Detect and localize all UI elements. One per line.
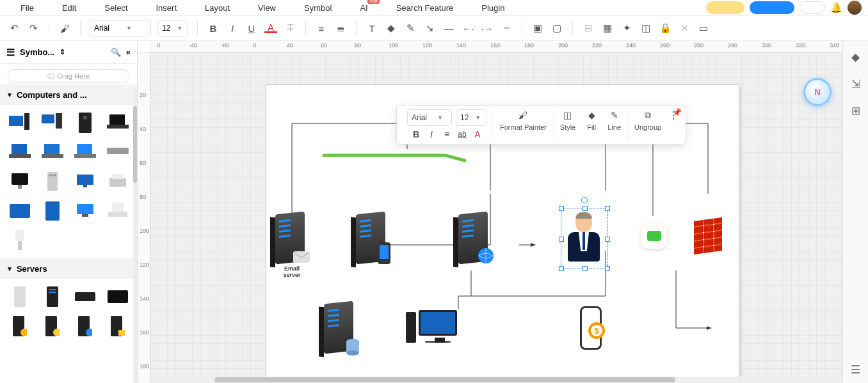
fill-tool[interactable]: ◆ xyxy=(385,22,398,35)
apps-icon[interactable]: ⊞ xyxy=(849,104,863,118)
canvas-grid[interactable]: Email server xyxy=(150,52,842,383)
category-computers[interactable]: ▼Computers and ... xyxy=(0,84,137,105)
shape-tablet-portrait[interactable] xyxy=(38,198,67,224)
effects-button[interactable]: ✦ xyxy=(620,22,633,35)
library-icon[interactable]: ☰ xyxy=(6,47,15,58)
node-mobile-server[interactable] xyxy=(356,213,385,263)
ctx-format-painter[interactable]: 🖌 Format Painter xyxy=(495,109,552,131)
user-avatar[interactable] xyxy=(848,1,862,15)
shape-imac[interactable] xyxy=(5,169,34,194)
ctx-align[interactable]: ≡ xyxy=(441,129,453,140)
shape-monitor[interactable] xyxy=(70,169,99,194)
shape-mac-pro[interactable] xyxy=(38,169,67,194)
panel-scrollbar[interactable] xyxy=(133,87,137,383)
menu-plugin[interactable]: Plugin xyxy=(467,2,518,14)
node-web-server[interactable] xyxy=(458,213,488,263)
shape-laptop-front[interactable] xyxy=(70,139,99,165)
menu-symbol[interactable]: Symbol xyxy=(290,2,346,14)
menu-select[interactable]: Select xyxy=(90,2,141,14)
line-style-tool[interactable]: — xyxy=(442,22,455,35)
tools-button[interactable]: ✕ xyxy=(678,22,691,35)
ctx-bold[interactable]: B xyxy=(410,129,422,140)
shape-printer[interactable] xyxy=(103,169,132,194)
arrow-start-tool[interactable]: ←· xyxy=(462,22,474,35)
arrow-end-tool[interactable]: ·→ xyxy=(481,22,494,35)
lock-button[interactable]: 🔒 xyxy=(659,22,671,35)
menu-insert[interactable]: Insert xyxy=(142,2,191,14)
bring-front-button[interactable]: ▣ xyxy=(531,22,544,35)
theme-icon[interactable]: ◆ xyxy=(849,50,863,64)
ctx-line[interactable]: ✎ Line xyxy=(602,109,626,131)
shape-server-folder[interactable] xyxy=(103,313,132,339)
node-mobile-payment[interactable]: $ xyxy=(580,306,602,350)
ctx-style[interactable]: ◫ Style xyxy=(555,109,581,131)
underline-button[interactable]: U xyxy=(245,22,258,35)
redo-button[interactable]: ↷ xyxy=(27,22,40,35)
shape-tower[interactable] xyxy=(70,110,99,136)
ctx-size-select[interactable]: 12▼ xyxy=(456,109,486,126)
canvas-h-scrollbar[interactable] xyxy=(150,377,842,383)
line-color-tool[interactable]: ✎ xyxy=(404,22,417,35)
menu-layout[interactable]: Layout xyxy=(191,2,244,14)
export-icon[interactable]: ⇲ xyxy=(849,77,863,91)
shape-laptop-closed[interactable] xyxy=(103,139,132,165)
resize-handle-s[interactable] xyxy=(583,266,588,271)
font-color-button[interactable]: A xyxy=(264,23,277,33)
bold-button[interactable]: B xyxy=(207,22,220,35)
node-workstation[interactable] xyxy=(406,310,457,343)
scrollbar-thumb[interactable] xyxy=(133,106,137,183)
presentation-button[interactable]: ▭ xyxy=(697,22,710,35)
menu-icon[interactable]: ☰ xyxy=(849,363,863,377)
italic-button[interactable]: I xyxy=(226,22,239,35)
node-firewall[interactable] xyxy=(694,219,722,253)
drag-drop-zone[interactable]: ⓘDrag Here xyxy=(8,69,129,83)
shape-server-tower-dark[interactable] xyxy=(38,284,67,309)
upgrade-button[interactable] xyxy=(706,1,744,14)
shape-laptop-dark[interactable] xyxy=(103,110,132,136)
clear-format-button[interactable]: T̶ xyxy=(284,22,296,35)
shape-pc-monitor[interactable] xyxy=(38,110,67,136)
ctx-fill[interactable]: ◆ Fill xyxy=(581,109,602,131)
align-button[interactable]: ≡ xyxy=(315,22,328,35)
shape-server-rack[interactable] xyxy=(103,284,132,309)
line-dash-tool[interactable]: ┄ xyxy=(500,22,513,35)
share-button[interactable] xyxy=(750,1,794,14)
category-servers[interactable]: ▼Servers xyxy=(0,258,137,279)
search-icon[interactable]: 🔍 xyxy=(111,47,121,57)
align-objects-button[interactable]: ⊟ xyxy=(582,22,595,35)
rotate-handle[interactable] xyxy=(581,197,588,203)
font-select[interactable]: Arial▼ xyxy=(90,20,151,36)
resize-handle-ne[interactable] xyxy=(605,206,610,211)
ctx-font-select[interactable]: Arial▼ xyxy=(407,109,452,126)
shape-display[interactable] xyxy=(70,198,99,224)
notification-pill[interactable] xyxy=(800,1,825,14)
shape-server-shield[interactable] xyxy=(5,313,34,339)
shape-server-globe[interactable] xyxy=(70,313,99,339)
menu-file[interactable]: File xyxy=(6,2,48,14)
send-back-button[interactable]: ▢ xyxy=(551,22,563,35)
ai-assistant-button[interactable]: N xyxy=(803,78,832,106)
format-painter-button[interactable]: 🖌 xyxy=(58,22,71,35)
collapse-panel-icon[interactable]: « xyxy=(126,47,131,57)
shape-server-flat[interactable] xyxy=(70,284,99,309)
pin-icon[interactable]: 📌 xyxy=(672,108,682,117)
menu-edit[interactable]: Edit xyxy=(48,2,90,14)
shape-pos-terminal[interactable] xyxy=(103,198,132,224)
menu-ai[interactable]: AIHot xyxy=(346,2,382,14)
ctx-italic[interactable]: I xyxy=(426,129,437,140)
font-size-select[interactable]: 12▼ xyxy=(157,20,188,36)
group-button[interactable]: ▦ xyxy=(601,22,614,35)
node-cloud-app[interactable] xyxy=(641,223,667,249)
node-email-server[interactable]: Email server xyxy=(275,213,305,263)
menu-search-feature[interactable]: Search Feature xyxy=(382,2,468,14)
menu-view[interactable]: View xyxy=(244,2,290,14)
ctx-ungroup[interactable]: ⧉ Ungroup xyxy=(629,109,666,131)
line-spacing-button[interactable]: ≣ xyxy=(334,22,347,35)
shape-server-key[interactable] xyxy=(38,313,67,339)
expand-icon[interactable]: ⇕ xyxy=(60,48,65,56)
shape-tablet-landscape[interactable] xyxy=(5,198,34,224)
resize-handle-e[interactable] xyxy=(605,237,610,242)
resize-handle-nw[interactable] xyxy=(559,206,564,211)
shape-laptop-open[interactable] xyxy=(5,139,34,165)
selection-box[interactable] xyxy=(561,208,608,269)
